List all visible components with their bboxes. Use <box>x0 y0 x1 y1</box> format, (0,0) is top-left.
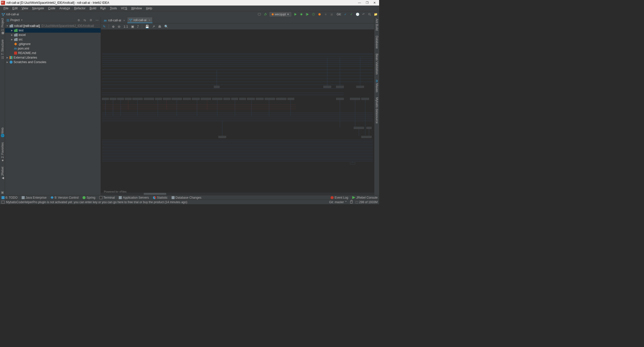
select-device-icon[interactable] <box>257 12 261 16</box>
tool-window-toggle-icon[interactable]: ▣ <box>1 191 4 194</box>
tool-window-mybatis[interactable]: Mybatis datasource <box>375 97 379 123</box>
layout-icon[interactable]: ⤴ <box>137 25 139 28</box>
profile-button[interactable] <box>311 12 315 16</box>
status-message[interactable]: MybatisCodeHelperPro plugin is not activ… <box>6 200 187 204</box>
tool-window-structure[interactable]: ☷7: Structure <box>1 39 4 59</box>
fit-content-icon[interactable]: ▣ <box>131 25 134 28</box>
jrebel-icon[interactable]: ▣ <box>330 12 334 16</box>
git-branch-indicator[interactable]: Git: master ⌃ <box>329 200 347 204</box>
tree-item-test[interactable]: ▶ test <box>5 28 101 33</box>
diagram-canvas[interactable]: Powered by yFiles <box>101 30 374 195</box>
menu-build[interactable]: Build <box>88 6 98 11</box>
search-icon[interactable] <box>368 12 372 16</box>
stop-button[interactable]: ■ <box>324 12 328 16</box>
expand-arrow-icon[interactable]: ▼ <box>6 25 9 27</box>
expand-arrow-icon[interactable]: ▶ <box>11 38 13 41</box>
menu-navigate[interactable]: Navigate <box>30 6 46 11</box>
tree-root[interactable]: ▼ rollcall [roll-call-ai] D:\Juzi\WorkSp… <box>5 24 101 28</box>
tool-window-terminal[interactable]: Terminal <box>99 196 115 199</box>
tree-item-readme[interactable]: README.md <box>5 51 101 55</box>
tool-window-bean-validation[interactable]: Bean Validation <box>375 54 379 74</box>
menu-tools[interactable]: Tools <box>108 6 119 11</box>
debug-button[interactable] <box>299 12 303 16</box>
close-tab-icon[interactable]: × <box>149 19 150 22</box>
project-tree[interactable]: ▼ rollcall [roll-call-ai] D:\Juzi\WorkSp… <box>5 23 101 195</box>
menu-edit[interactable]: Edit <box>10 6 20 11</box>
tool-window-statistic[interactable]: Statistic <box>153 196 168 199</box>
filter-icon[interactable]: ✎ <box>103 25 106 28</box>
tool-window-db-changes[interactable]: Database Changes <box>172 196 202 199</box>
tool-window-app-servers[interactable]: Application Servers <box>119 196 149 199</box>
tool-window-jrebel[interactable]: ▶JRebel <box>1 167 4 180</box>
zoom-in-icon[interactable]: ⊕ <box>112 25 115 28</box>
attach-button[interactable]: ⬢ <box>317 12 321 16</box>
git-history-icon[interactable]: 🕒 <box>355 12 359 16</box>
tool-window-project[interactable]: ▦1: Project <box>1 18 4 35</box>
tree-item-excel[interactable]: ▶ excel <box>5 33 101 37</box>
tree-item-pom[interactable]: m pom.xml <box>5 46 101 51</box>
close-tab-icon[interactable]: × <box>123 19 125 22</box>
tab-diagram[interactable]: roll-call-ai × <box>127 17 153 23</box>
menu-analyze[interactable]: Analyze <box>57 6 72 11</box>
tab-pom[interactable]: m roll-call-ai × <box>102 17 127 23</box>
gear-icon[interactable]: ⚙ <box>90 18 93 22</box>
menu-refactor[interactable]: Refactor <box>72 6 88 11</box>
preview-icon[interactable]: 🔍 <box>164 25 168 28</box>
lock-icon[interactable] <box>350 201 352 203</box>
tool-window-event-log[interactable]: Event Log <box>331 196 348 199</box>
breadcrumb[interactable]: roll-call-ai <box>2 13 19 16</box>
save-diagram-icon[interactable]: 💾 <box>145 25 149 28</box>
menu-window[interactable]: Window <box>129 6 144 11</box>
menu-run[interactable]: Run <box>98 6 108 11</box>
git-update-icon[interactable]: ✓ <box>343 12 347 16</box>
menu-code[interactable]: Code <box>46 6 57 11</box>
expand-arrow-icon[interactable]: ▶ <box>6 56 9 59</box>
zoom-actual-icon[interactable]: 1:1 <box>124 25 128 28</box>
expand-arrow-icon[interactable]: ▶ <box>11 34 13 36</box>
run-button[interactable] <box>293 12 297 16</box>
close-button[interactable]: ✕ <box>373 1 376 4</box>
tool-window-spring[interactable]: Spring <box>83 196 95 199</box>
tree-item-gitignore[interactable]: .gitignore <box>5 42 101 46</box>
horizontal-scrollbar[interactable] <box>101 193 374 195</box>
chevron-down-icon[interactable]: ▼ <box>21 19 23 21</box>
zoom-out-icon[interactable]: ⊖ <box>118 25 120 28</box>
minimize-button[interactable]: — <box>358 1 361 4</box>
memory-indicator[interactable]: ⬚ 298 of 1933M <box>355 200 378 204</box>
menu-vcs[interactable]: VCS <box>119 6 129 11</box>
export-icon[interactable]: ↗ <box>152 25 155 28</box>
menu-view[interactable]: View <box>20 6 30 11</box>
project-view-label[interactable]: Project <box>10 18 20 22</box>
expand-arrow-icon[interactable]: ▶ <box>11 29 13 32</box>
collapse-icon[interactable]: ⇆ <box>84 18 87 22</box>
tool-window-maven[interactable]: mMaven <box>375 80 379 93</box>
locate-icon[interactable]: ⊕ <box>77 18 81 22</box>
server-icon <box>119 196 122 199</box>
menu-file[interactable]: File <box>2 6 10 11</box>
open-file-icon[interactable]: 📁 <box>374 12 378 16</box>
print-icon[interactable]: 🖶 <box>158 25 161 28</box>
tool-window-jrebel-console[interactable]: JRebel Console <box>352 196 378 199</box>
tree-item-src[interactable]: ▶ src <box>5 37 101 42</box>
git-revert-icon[interactable]: ↶ <box>361 12 366 16</box>
tool-window-database[interactable]: Database <box>375 36 379 49</box>
tool-window-java-enterprise[interactable]: Java Enterprise <box>22 196 47 199</box>
tool-window-ant[interactable]: Ant Build <box>375 19 379 31</box>
tree-external-libraries[interactable]: ▶ External Libraries <box>5 55 101 60</box>
web-icon: 🌐 <box>1 135 4 138</box>
status-toggle-icon[interactable] <box>2 201 5 204</box>
scrollbar-thumb[interactable] <box>144 193 166 195</box>
maximize-button[interactable]: ❐ <box>366 1 369 4</box>
coverage-button[interactable] <box>305 12 309 16</box>
tool-window-favorites[interactable]: ★2: Favorites <box>1 142 4 162</box>
build-icon[interactable] <box>263 12 267 16</box>
tool-window-todo[interactable]: 6: TODO <box>2 196 18 199</box>
run-config-selector[interactable]: wecqupt ▼ <box>269 12 292 17</box>
expand-arrow-icon[interactable]: ▶ <box>6 61 9 63</box>
menu-help[interactable]: Help <box>144 6 154 11</box>
git-commit-icon[interactable]: ✓ <box>349 12 353 16</box>
tool-window-version-control[interactable]: 9: Version Control <box>51 196 78 199</box>
tree-scratches[interactable]: ▶ Scratches and Consoles <box>5 60 101 64</box>
tool-window-web[interactable]: 🌐Web <box>1 127 4 138</box>
hide-icon[interactable]: — <box>96 18 99 22</box>
